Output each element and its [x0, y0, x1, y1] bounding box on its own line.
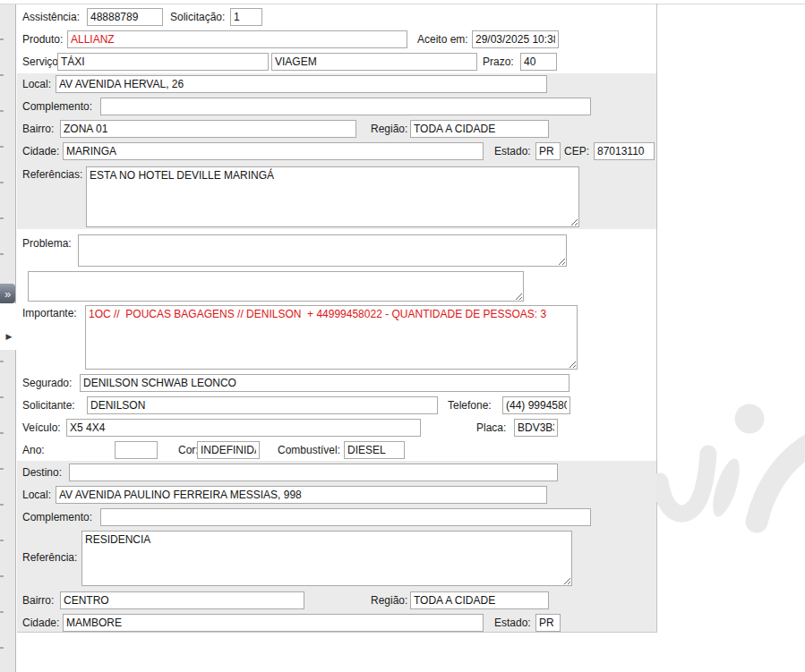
veiculo-label: Veículo: [22, 421, 61, 434]
problema-textarea[interactable] [78, 234, 567, 267]
local-destino-label: Local: [22, 489, 51, 501]
estado-origem-input[interactable] [535, 142, 561, 160]
solicitante-label: Solicitante: [22, 399, 75, 412]
regiao-destino-label: Região: [371, 594, 407, 607]
servico-input[interactable] [57, 53, 269, 71]
assistencia-input[interactable] [87, 8, 163, 26]
prazo-label: Prazo: [483, 55, 514, 68]
solicitacao-label: Solicitação: [170, 11, 225, 23]
expand-panel-button[interactable]: » [0, 284, 15, 303]
referencia-destino-textarea[interactable]: RESIDENCIA [81, 531, 572, 586]
importante-textarea[interactable]: 1OC // POUCAS BAGAGENS // DENILSON + 449… [85, 305, 578, 370]
cor-input[interactable] [197, 441, 260, 459]
observacao-textarea[interactable] [28, 271, 524, 302]
solicitacao-input[interactable] [230, 8, 262, 26]
combustivel-input[interactable] [344, 441, 405, 459]
telefone-label: Telefone: [448, 399, 492, 412]
prazo-input[interactable] [520, 53, 557, 71]
panel-bottom-border [17, 632, 657, 633]
cor-label: Cor: [178, 444, 199, 456]
cep-input[interactable] [594, 142, 655, 160]
problema-label: Problema: [22, 237, 72, 250]
collapse-arrow-button[interactable]: ▶ [4, 330, 14, 343]
segurado-input[interactable] [80, 374, 569, 392]
produto-input[interactable] [67, 30, 407, 48]
combustivel-label: Combustível: [278, 444, 340, 456]
bairro-origem-input[interactable] [60, 120, 356, 138]
estado-destino-input[interactable] [535, 614, 561, 632]
referencias-label: Referências: [22, 168, 82, 181]
panel-right-border [656, 4, 657, 633]
regiao-origem-label: Região: [371, 123, 407, 135]
cidade-origem-label: Cidade: [22, 145, 59, 157]
complemento-origem-label: Complemento: [22, 100, 92, 113]
bairro-destino-label: Bairro: [22, 594, 54, 607]
cep-label: CEP: [564, 145, 589, 157]
gutter-notch [0, 303, 16, 350]
aceito-em-label: Aceito em: [417, 33, 468, 46]
local-destino-input[interactable] [56, 486, 547, 504]
ano-input[interactable] [115, 441, 158, 459]
regiao-destino-input[interactable] [410, 591, 549, 609]
cidade-destino-label: Cidade: [22, 617, 59, 629]
assistencia-label: Assistência: [22, 11, 80, 23]
produto-label: Produto: [22, 33, 63, 46]
veiculo-input[interactable] [66, 419, 421, 437]
bairro-destino-input[interactable] [60, 591, 304, 609]
referencias-textarea[interactable]: ESTA NO HOTEL DEVILLE MARINGÁ [86, 166, 579, 227]
ano-label: Ano: [22, 444, 45, 456]
placa-input[interactable] [514, 419, 558, 437]
destino-input[interactable] [69, 464, 558, 481]
aceito-em-input[interactable] [472, 30, 559, 48]
segurado-label: Segurado: [22, 377, 72, 389]
solicitante-input[interactable] [87, 396, 438, 414]
local-origem-input[interactable] [56, 75, 547, 93]
regiao-origem-input[interactable] [410, 120, 549, 138]
servico-tipo-input[interactable] [271, 53, 477, 71]
arrow-right-icon: ▶ [6, 332, 13, 341]
bairro-origem-label: Bairro: [22, 123, 54, 135]
cidade-origem-input[interactable] [63, 142, 484, 160]
placa-label: Placa: [476, 421, 506, 434]
importante-label: Importante: [22, 307, 77, 319]
complemento-destino-input[interactable] [100, 508, 591, 526]
cidade-destino-input[interactable] [63, 614, 484, 632]
servico-label: Serviço: [22, 55, 61, 68]
panel-top-border [0, 4, 805, 4]
double-chevron-right-icon: » [4, 288, 11, 300]
local-origem-label: Local: [22, 78, 51, 90]
complemento-origem-input[interactable] [100, 98, 591, 115]
estado-destino-label: Estado: [494, 617, 531, 629]
telefone-input[interactable] [502, 396, 570, 414]
background-logo-watermark [656, 389, 805, 608]
referencia-destino-label: Referência: [22, 551, 77, 564]
complemento-destino-label: Complemento: [22, 511, 92, 523]
destino-label: Destino: [22, 466, 62, 479]
estado-origem-label: Estado: [494, 145, 531, 157]
